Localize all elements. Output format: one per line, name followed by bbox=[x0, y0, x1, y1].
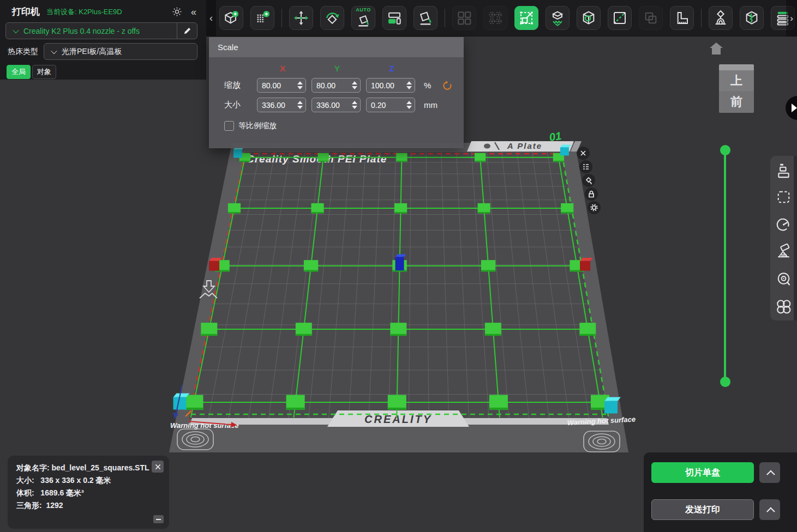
scale-z-input[interactable]: 100.00 bbox=[366, 78, 415, 93]
level-square bbox=[311, 203, 323, 214]
brand-logo-text: CREALITY bbox=[364, 413, 432, 425]
auto-orient-icon bbox=[355, 11, 372, 28]
add-model-button[interactable] bbox=[219, 6, 243, 30]
reset-scale-button[interactable] bbox=[442, 80, 453, 91]
lay-flat-icon bbox=[417, 9, 434, 27]
send-print-button[interactable]: 发送打印 bbox=[651, 499, 754, 520]
level-square bbox=[317, 153, 328, 162]
size-y-input[interactable]: 336.00 bbox=[311, 98, 361, 112]
plate-list-button[interactable] bbox=[579, 160, 592, 173]
drill-hole-button[interactable] bbox=[577, 6, 601, 30]
action-panel: 切片单盘 发送打印 bbox=[644, 452, 797, 532]
scale-tool-button[interactable] bbox=[514, 6, 538, 30]
scale-x-value: 80.00 bbox=[262, 81, 281, 90]
slice-options-caret-button[interactable] bbox=[759, 462, 780, 483]
plate-close-button[interactable] bbox=[577, 147, 590, 160]
plate-lock-button[interactable] bbox=[585, 188, 598, 201]
scale-z-value: 100.00 bbox=[371, 81, 394, 90]
split-object-icon bbox=[743, 9, 760, 27]
scale-y-input[interactable]: 80.00 bbox=[311, 78, 361, 93]
level-square bbox=[184, 395, 203, 409]
size-z-input[interactable]: 0.20 bbox=[366, 98, 415, 112]
send-options-caret-button[interactable] bbox=[759, 499, 780, 520]
object-size-label: 大小: bbox=[16, 476, 34, 485]
orientation-view-cube[interactable]: 上 前 bbox=[719, 64, 754, 113]
printer-settings-gear-icon[interactable] bbox=[172, 7, 182, 17]
layer-slider-bottom-handle[interactable] bbox=[720, 377, 730, 387]
level-square bbox=[304, 260, 318, 271]
positioning-button[interactable] bbox=[775, 270, 792, 287]
place-on-face-button[interactable] bbox=[546, 6, 570, 30]
scale-panel: Scale X Y Z 缩放 80.00 80.00 100.00 % bbox=[209, 37, 464, 148]
size-row-label: 大小 bbox=[224, 100, 251, 110]
view-cube-front-face[interactable]: 前 bbox=[719, 91, 754, 113]
speed-preview-button[interactable] bbox=[775, 216, 792, 233]
printer-select[interactable]: Creality K2 Plus 0.4 nozzle - z offs bbox=[5, 22, 197, 39]
lay-flat-button[interactable] bbox=[414, 6, 438, 30]
arrange-settings-button[interactable] bbox=[483, 6, 507, 30]
toolbar-separator bbox=[281, 9, 282, 27]
spinner-arrows[interactable] bbox=[406, 101, 412, 109]
seam-painting-button[interactable] bbox=[608, 6, 632, 30]
minimize-info-button[interactable] bbox=[153, 515, 164, 523]
measure-button[interactable] bbox=[670, 6, 694, 30]
rotate-tool-button[interactable] bbox=[320, 6, 344, 30]
object-info-panel: 对象名字: bed_level_25_squares.STL 大小: 336 x… bbox=[8, 456, 169, 529]
scale-panel-title: Scale bbox=[209, 37, 464, 57]
select-area-button[interactable] bbox=[775, 189, 792, 205]
merge-icon bbox=[642, 9, 660, 27]
arrange-button[interactable] bbox=[382, 6, 406, 30]
auto-label: AUTO bbox=[352, 7, 375, 13]
auto-orient-button[interactable]: AUTO bbox=[351, 6, 375, 30]
place-on-face-icon bbox=[549, 9, 566, 27]
collapse-panel-icon[interactable]: « bbox=[191, 7, 196, 17]
object-size-line: 大小: 336 x 336 x 0.2 毫米 bbox=[16, 474, 161, 487]
add-plate-button[interactable] bbox=[250, 6, 274, 30]
layer-slider-track[interactable] bbox=[724, 150, 726, 381]
edit-printer-button[interactable] bbox=[177, 23, 197, 39]
app-window: CREALITYWarning hot surfaceWarning hot s… bbox=[0, 0, 797, 532]
slice-plate-button[interactable]: 切片单盘 bbox=[651, 462, 754, 483]
support-preview-button[interactable] bbox=[775, 243, 792, 260]
view-cube-top-face[interactable]: 上 bbox=[719, 70, 754, 91]
level-square bbox=[475, 153, 486, 162]
level-square bbox=[396, 153, 407, 162]
plate-settings-button[interactable] bbox=[588, 201, 601, 214]
size-x-value: 336.00 bbox=[262, 101, 285, 110]
split-object-button[interactable] bbox=[740, 6, 764, 30]
merge-button[interactable] bbox=[639, 6, 663, 30]
spinner-arrows[interactable] bbox=[352, 81, 357, 89]
view-cube-cap bbox=[719, 64, 754, 70]
more-tools-clover-button[interactable] bbox=[775, 298, 792, 315]
layer-slider-top-handle[interactable] bbox=[720, 145, 730, 155]
spinner-arrows[interactable] bbox=[406, 81, 412, 89]
level-square bbox=[388, 395, 406, 409]
plate-tab-label: A Plate bbox=[507, 141, 542, 150]
level-square bbox=[478, 203, 490, 214]
level-square bbox=[579, 323, 596, 336]
move-tool-button[interactable] bbox=[289, 6, 313, 30]
spinner-arrows[interactable] bbox=[297, 81, 303, 89]
scale-x-input[interactable]: 80.00 bbox=[257, 78, 306, 93]
axis-x-label: X bbox=[258, 64, 307, 73]
size-x-input[interactable]: 336.00 bbox=[257, 98, 306, 112]
spinner-arrows[interactable] bbox=[352, 101, 357, 109]
bed-type-select[interactable]: 光滑PEI板/高温板 bbox=[44, 43, 197, 60]
toolbar-scroll-right-icon[interactable]: › bbox=[786, 0, 797, 37]
spinner-arrows[interactable] bbox=[297, 101, 303, 109]
uniform-scale-checkbox[interactable] bbox=[224, 121, 234, 131]
home-view-button[interactable] bbox=[709, 41, 724, 56]
arrange-grid-icon bbox=[456, 9, 473, 27]
manual-support-button[interactable] bbox=[709, 6, 733, 30]
level-square bbox=[228, 203, 241, 214]
drill-hole-icon bbox=[580, 9, 597, 27]
toolbar-scroll-left-icon[interactable]: ‹ bbox=[206, 0, 216, 37]
build-plates-list-button[interactable] bbox=[775, 162, 792, 179]
arrange-grid-button[interactable] bbox=[452, 6, 476, 30]
tab-global[interactable]: 全局 bbox=[7, 65, 31, 79]
tab-object[interactable]: 对象 bbox=[32, 65, 56, 79]
bed-type-value: 光滑PEI板/高温板 bbox=[62, 47, 122, 57]
plate-auto-orient-button[interactable] bbox=[582, 174, 595, 187]
current-device-label: 当前设备: K2Plus-EE9D bbox=[46, 7, 122, 17]
close-info-button[interactable] bbox=[152, 461, 164, 473]
